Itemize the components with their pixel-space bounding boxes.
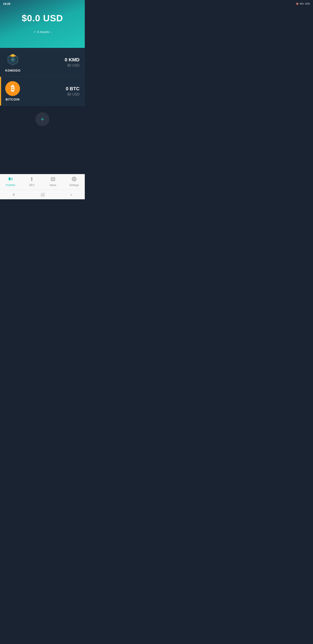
dex-label: DEX bbox=[29, 184, 34, 187]
svg-rect-7 bbox=[9, 177, 10, 178]
komodo-values: 0 KMD $0 USD bbox=[65, 57, 79, 68]
recents-button[interactable]: ⦀ bbox=[13, 193, 14, 197]
chevron-icon: › bbox=[51, 30, 52, 34]
bitcoin-amount: 0 BTC bbox=[66, 86, 79, 92]
svg-rect-6 bbox=[9, 178, 10, 180]
content-spacer bbox=[0, 130, 85, 174]
settings-icon bbox=[72, 177, 76, 183]
bitcoin-logo-icon: ₿ bbox=[5, 81, 20, 96]
bitcoin-name: BITCOIN bbox=[6, 98, 20, 101]
bottom-nav: Portfolio DEX News bbox=[0, 174, 85, 190]
portfolio-label: Portfolio bbox=[6, 184, 15, 187]
komodo-logo-icon bbox=[5, 52, 20, 67]
settings-label: Settings bbox=[69, 184, 79, 187]
assets-count: 0 Assets bbox=[37, 30, 49, 34]
coin-left-komodo: KOMODO bbox=[5, 52, 21, 72]
back-button[interactable]: ‹ bbox=[71, 193, 72, 197]
nav-dex[interactable]: DEX bbox=[21, 175, 43, 188]
news-label: News bbox=[50, 184, 56, 187]
dex-icon bbox=[29, 177, 34, 183]
status-time: 19:29 bbox=[3, 2, 10, 6]
bitcoin-usd: $0 USD bbox=[66, 92, 79, 96]
komodo-amount: 0 KMD bbox=[65, 57, 79, 63]
komodo-usd: $0 USD bbox=[65, 64, 79, 68]
nav-portfolio[interactable]: Portfolio bbox=[0, 175, 21, 188]
portfolio-icon bbox=[8, 177, 13, 183]
svg-rect-8 bbox=[11, 178, 12, 180]
news-icon bbox=[51, 177, 55, 183]
status-bar: 19:29 🔇 4G+ 41% bbox=[0, 0, 85, 6]
nav-settings[interactable]: Settings bbox=[64, 175, 85, 188]
add-coin-button[interactable]: + bbox=[35, 112, 49, 126]
bitcoin-values: 0 BTC $0 USD bbox=[66, 86, 79, 96]
svg-point-5 bbox=[12, 58, 14, 61]
plus-icon: + bbox=[41, 116, 44, 122]
svg-point-15 bbox=[74, 178, 75, 180]
trend-icon: ↗ bbox=[33, 30, 36, 34]
header-section: $0.0 USD ↗ 0 Assets › bbox=[0, 0, 85, 48]
add-section: + bbox=[0, 106, 85, 130]
komodo-name: KOMODO bbox=[5, 69, 21, 72]
coin-list: KOMODO 0 KMD $0 USD ₿ BITCOIN 0 BTC $0 U… bbox=[0, 48, 85, 106]
home-button[interactable]: ⬜ bbox=[40, 192, 45, 197]
coin-item-bitcoin[interactable]: ₿ BITCOIN 0 BTC $0 USD bbox=[0, 77, 85, 106]
nav-news[interactable]: News bbox=[42, 175, 64, 188]
coin-left-bitcoin: ₿ BITCOIN bbox=[5, 81, 20, 101]
system-bar: ⦀ ⬜ ‹ bbox=[0, 190, 85, 199]
total-value: $0.0 USD bbox=[22, 13, 63, 24]
coin-item-komodo[interactable]: KOMODO 0 KMD $0 USD bbox=[0, 48, 85, 77]
assets-link[interactable]: ↗ 0 Assets › bbox=[33, 30, 51, 34]
